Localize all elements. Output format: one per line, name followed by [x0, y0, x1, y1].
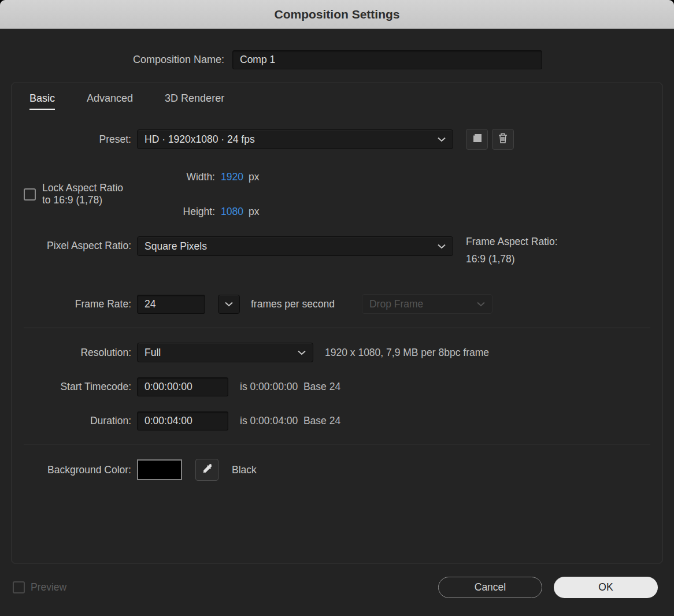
composition-name-row: Composition Name: — [0, 50, 674, 69]
pixel-aspect-ratio-label: Pixel Aspect Ratio: — [24, 240, 131, 252]
width-value-row: 1920 px — [221, 167, 650, 187]
lock-aspect-row: Lock Aspect Ratio to 16:9 (1,78) — [24, 182, 131, 206]
preset-dropdown[interactable]: HD · 1920x1080 · 24 fps — [137, 129, 453, 149]
background-color-row: Background Color: Black — [24, 459, 650, 481]
eyedropper-button[interactable] — [195, 459, 219, 481]
preview-control: Preview — [13, 581, 66, 593]
delete-preset-button[interactable] — [492, 129, 514, 150]
lock-aspect-label: Lock Aspect Ratio to 16:9 (1,78) — [42, 182, 131, 206]
divider — [24, 444, 650, 444]
resolution-info: 1920 x 1080, 7,9 MB per 8bpc frame — [325, 347, 489, 359]
tab-3d-renderer[interactable]: 3D Renderer — [165, 92, 224, 110]
save-preset-icon — [472, 133, 482, 145]
tab-advanced[interactable]: Advanced — [87, 92, 133, 110]
dialog-titlebar: Composition Settings — [0, 0, 674, 29]
trash-icon — [498, 133, 508, 146]
preview-label: Preview — [31, 581, 66, 593]
preview-checkbox[interactable] — [13, 581, 25, 593]
lock-aspect-checkbox[interactable] — [24, 188, 36, 201]
chevron-down-icon — [225, 299, 233, 309]
drop-frame-dropdown: Drop Frame — [362, 294, 492, 314]
pixel-aspect-ratio-value: Square Pixels — [145, 240, 207, 253]
composition-settings-dialog: Composition Settings Composition Name: B… — [0, 0, 674, 616]
height-value[interactable]: 1080 — [221, 206, 243, 218]
dialog-title: Composition Settings — [275, 8, 400, 21]
resolution-dropdown[interactable]: Full — [137, 343, 313, 362]
preset-value: HD · 1920x1080 · 24 fps — [145, 133, 255, 146]
frame-rate-input[interactable] — [137, 295, 205, 314]
frame-rate-row: Frame Rate: frames per second Drop Frame — [24, 294, 650, 314]
drop-frame-value: Drop Frame — [369, 298, 423, 310]
duration-label: Duration: — [24, 415, 131, 427]
pixel-aspect-ratio-dropdown[interactable]: Square Pixels — [137, 236, 453, 256]
width-value[interactable]: 1920 — [221, 171, 243, 183]
background-color-name: Black — [232, 464, 257, 476]
save-preset-button[interactable] — [466, 129, 488, 150]
height-label: Height: — [137, 206, 215, 218]
pixel-aspect-ratio-row: Pixel Aspect Ratio: Square Pixels Frame … — [24, 236, 650, 268]
chevron-down-icon — [298, 350, 306, 355]
eyedropper-icon — [202, 463, 213, 477]
resolution-value: Full — [145, 347, 161, 359]
start-timecode-info: is 0:00:00:00 Base 24 — [240, 381, 340, 393]
ok-button[interactable]: OK — [554, 577, 658, 598]
settings-panel: Basic Advanced 3D Renderer Preset: HD · … — [12, 83, 662, 563]
width-unit: px — [249, 171, 259, 183]
start-timecode-input[interactable] — [137, 377, 228, 396]
chevron-down-icon — [438, 244, 446, 249]
background-color-label: Background Color: — [24, 464, 131, 476]
chevron-down-icon — [477, 302, 485, 307]
divider — [24, 328, 650, 328]
composition-name-input[interactable] — [232, 50, 542, 69]
preset-row: Preset: HD · 1920x1080 · 24 fps — [24, 129, 650, 150]
duration-row: Duration: is 0:00:04:00 Base 24 — [24, 411, 650, 431]
frame-rate-dropdown-button[interactable] — [218, 295, 240, 314]
cancel-button[interactable]: Cancel — [438, 577, 542, 598]
frame-rate-label: Frame Rate: — [24, 298, 131, 310]
dialog-footer: Preview Cancel OK — [13, 576, 658, 599]
frame-aspect-ratio-value: 16:9 (1,78) — [466, 250, 558, 268]
resolution-row: Resolution: Full 1920 x 1080, 7,9 MB per… — [24, 343, 650, 362]
frame-aspect-ratio-label: Frame Aspect Ratio: — [466, 233, 558, 250]
frame-aspect-ratio-block: Frame Aspect Ratio: 16:9 (1,78) — [466, 233, 558, 268]
duration-input[interactable] — [137, 411, 228, 431]
preset-buttons — [466, 129, 514, 150]
composition-name-label: Composition Name: — [0, 54, 232, 66]
height-value-row: 1080 px — [221, 202, 650, 221]
chevron-down-icon — [438, 137, 446, 142]
tab-basic[interactable]: Basic — [29, 92, 55, 110]
frame-rate-suffix: frames per second — [251, 298, 335, 310]
start-timecode-label: Start Timecode: — [24, 381, 131, 393]
preset-label: Preset: — [24, 133, 131, 146]
height-unit: px — [249, 206, 259, 218]
background-color-swatch[interactable] — [137, 459, 182, 480]
width-label: Width: — [137, 171, 215, 183]
tab-bar: Basic Advanced 3D Renderer — [29, 92, 650, 110]
resolution-label: Resolution: — [24, 347, 131, 359]
duration-info: is 0:00:04:00 Base 24 — [240, 415, 340, 427]
start-timecode-row: Start Timecode: is 0:00:00:00 Base 24 — [24, 377, 650, 396]
dimensions-section: Width: 1920 px Lock Aspect Ratio to 16:9… — [24, 167, 650, 221]
